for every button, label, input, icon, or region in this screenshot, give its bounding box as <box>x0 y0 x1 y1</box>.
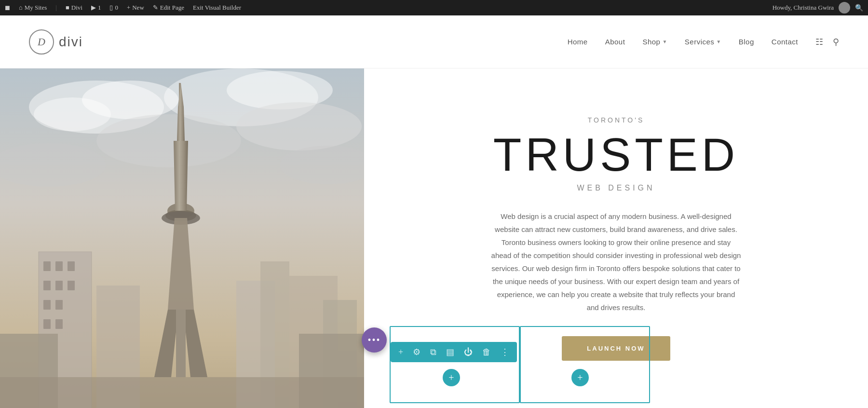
nav-home[interactable]: Home <box>568 38 588 46</box>
svg-rect-30 <box>43 319 51 329</box>
svg-marker-14 <box>174 141 188 211</box>
visual-builder-fab[interactable]: ••• <box>362 327 387 353</box>
nav-services[interactable]: Services ▼ <box>685 38 721 46</box>
hero-title: TRUSTED <box>493 132 739 178</box>
svg-rect-25 <box>43 281 51 290</box>
nav-about[interactable]: About <box>605 38 625 46</box>
updates-count: 1 <box>98 4 101 12</box>
fab-dots-icon: ••• <box>367 335 380 346</box>
my-sites-link[interactable]: ⌂ My Sites <box>19 4 47 12</box>
toolbar-delete-icon[interactable]: 🗑 <box>482 347 491 357</box>
my-sites-icon: ⌂ <box>19 4 23 12</box>
svg-rect-22 <box>43 261 51 271</box>
hero-subtitle-bottom: WEB DESIGN <box>577 184 655 192</box>
edit-page-link[interactable]: ✎ Edit Page <box>153 4 184 12</box>
comments-count: 0 <box>115 4 118 12</box>
new-label: New <box>132 4 144 12</box>
hero-image-wrap <box>0 68 364 408</box>
exit-visual-builder-link[interactable]: Exit Visual Builder <box>193 4 241 12</box>
nav-home-label: Home <box>568 38 588 46</box>
divi-theme-icon: ■ <box>66 4 69 12</box>
hero-description: Web design is a crucial aspect of any mo… <box>491 210 742 314</box>
separator-1: | <box>55 4 57 12</box>
add-column-button-2[interactable]: + <box>571 369 589 386</box>
hero-subtitle-top: TORONTO'S <box>588 116 645 124</box>
site-logo[interactable]: D divi <box>29 29 83 54</box>
admin-bar-right: Howdy, Christina Gwira 🔍 <box>773 2 863 14</box>
nav-contact[interactable]: Contact <box>772 38 798 46</box>
add-column-icon-1: + <box>448 372 454 383</box>
divi-link[interactable]: ■ Divi <box>66 4 82 12</box>
my-sites-label: My Sites <box>25 4 47 12</box>
toolbar-add-icon[interactable]: + <box>398 347 403 357</box>
chevron-down-icon: ▼ <box>662 39 667 44</box>
nav-shop-label: Shop <box>642 38 660 46</box>
cart-icon[interactable]: ☷ <box>815 37 823 47</box>
svg-rect-23 <box>55 261 63 271</box>
admin-bar: ■ ⌂ My Sites | ■ Divi ▶ 1 ▯ 0 + New ✎ Ed… <box>0 0 868 15</box>
updates-icon: ▶ <box>91 4 96 12</box>
svg-rect-29 <box>55 300 63 310</box>
site-header: D divi Home About Shop ▼ Services ▼ Blog… <box>0 15 868 68</box>
logo-text: divi <box>59 34 83 50</box>
launch-now-button[interactable]: LAUNCH NOW <box>562 336 670 361</box>
svg-point-6 <box>236 102 362 150</box>
logo-letter: D <box>38 36 45 48</box>
add-column-icon-2: + <box>577 372 583 383</box>
avatar <box>839 2 850 14</box>
nav-shop[interactable]: Shop ▼ <box>642 38 667 46</box>
nav-blog-label: Blog <box>739 38 754 46</box>
comments-icon: ▯ <box>109 4 113 12</box>
nav-about-label: About <box>605 38 625 46</box>
logo-circle: D <box>29 29 54 54</box>
site-nav: Home About Shop ▼ Services ▼ Blog Contac… <box>568 37 839 47</box>
builder-toolbar: + ⚙ ⧉ ▤ ⏻ 🗑 ⋮ <box>391 342 517 362</box>
pencil-icon: ✎ <box>153 4 158 12</box>
svg-rect-19 <box>176 310 186 377</box>
updates-link[interactable]: ▶ 1 <box>91 4 101 12</box>
chevron-down-icon-2: ▼ <box>716 39 721 44</box>
divi-label: Divi <box>71 4 82 12</box>
nav-contact-label: Contact <box>772 38 798 46</box>
hero-image <box>0 68 364 408</box>
toolbar-settings-icon[interactable]: ⚙ <box>413 347 420 357</box>
toolbar-duplicate-icon[interactable]: ⧉ <box>430 347 436 357</box>
user-greeting: Howdy, Christina Gwira <box>773 4 834 12</box>
svg-rect-39 <box>0 377 364 408</box>
toolbar-more-icon[interactable]: ⋮ <box>501 347 509 357</box>
edit-page-label: Edit Page <box>160 4 184 12</box>
plus-icon: + <box>127 4 130 12</box>
add-column-button-1[interactable]: + <box>443 369 460 386</box>
svg-rect-27 <box>68 281 75 290</box>
toronto-skyline-svg <box>0 68 364 408</box>
builder-toolbar-inner: + ⚙ ⧉ ▤ ⏻ 🗑 ⋮ <box>391 342 517 362</box>
toolbar-layout-icon[interactable]: ▤ <box>446 347 454 357</box>
toolbar-toggle-icon[interactable]: ⏻ <box>464 347 473 357</box>
svg-point-3 <box>34 97 111 131</box>
nav-icons: ☷ ⚲ <box>815 37 839 47</box>
svg-point-9 <box>96 114 241 167</box>
comments-link[interactable]: ▯ 0 <box>109 4 118 12</box>
svg-rect-28 <box>43 300 51 310</box>
wordpress-icon[interactable]: ■ <box>5 3 10 13</box>
nav-blog[interactable]: Blog <box>739 38 754 46</box>
nav-services-label: Services <box>685 38 715 46</box>
new-link[interactable]: + New <box>127 4 144 12</box>
exit-vb-label: Exit Visual Builder <box>193 4 241 12</box>
svg-rect-31 <box>55 319 63 329</box>
search-icon[interactable]: ⚲ <box>833 37 839 47</box>
admin-search-icon[interactable]: 🔍 <box>855 4 863 12</box>
svg-rect-24 <box>68 261 75 271</box>
svg-rect-26 <box>55 281 63 290</box>
